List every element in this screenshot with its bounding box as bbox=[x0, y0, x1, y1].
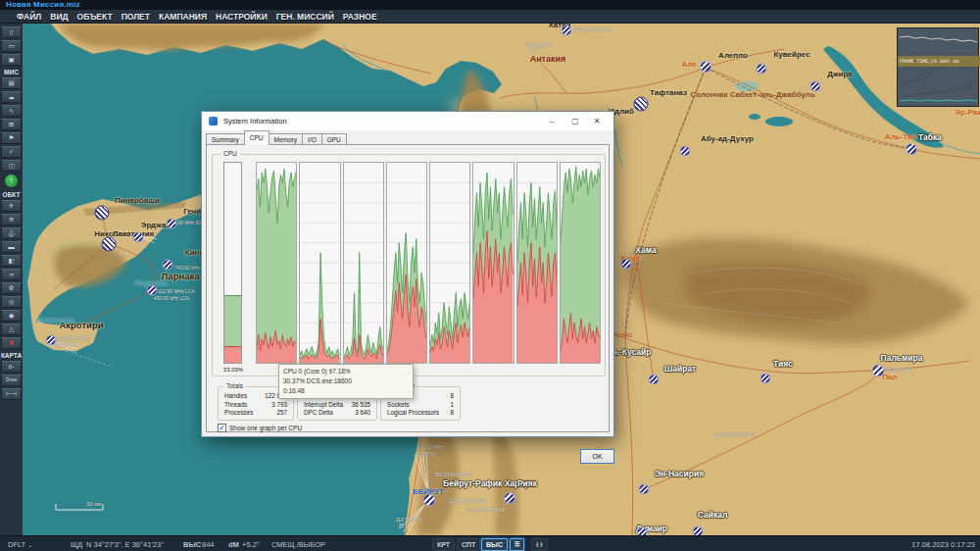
menu-item[interactable]: ГЕН. МИССИЙ bbox=[276, 12, 334, 22]
stat-row: Processes257 bbox=[224, 409, 287, 418]
one-graph-per-cpu-checkbox[interactable]: ✓ Show one graph per CPU bbox=[218, 424, 302, 432]
airplane-group-icon[interactable]: ✈ bbox=[1, 200, 22, 212]
validate-icon[interactable]: ✓ bbox=[1, 146, 22, 158]
secondary-time-line bbox=[900, 100, 977, 101]
shapes-icon[interactable]: △ bbox=[1, 324, 22, 335]
delete-object-icon[interactable]: ✕ bbox=[1, 337, 22, 349]
menu-bar: ФАЙЛВИДОБЪЕКТПОЛЕТКАМПАНИЯНАСТРОЙКИГЕН. … bbox=[0, 10, 980, 24]
trigger-zone-icon[interactable]: ◎ bbox=[1, 296, 22, 308]
minimap[interactable]: FRAME TIME,(0-100) ms bbox=[897, 27, 979, 107]
coord-mode-label[interactable]: ЩД bbox=[71, 540, 82, 549]
triggers-icon[interactable]: ◫ bbox=[1, 160, 22, 172]
checkbox-box[interactable]: ✓ bbox=[218, 424, 226, 432]
airport-icon[interactable] bbox=[757, 64, 767, 75]
minimap-terrain bbox=[898, 28, 978, 106]
cpu-graph-cpu2[interactable] bbox=[343, 162, 384, 364]
grid-icon[interactable]: ⊞ bbox=[1, 119, 22, 130]
menu-item[interactable]: КАМПАНИЯ bbox=[159, 12, 207, 22]
close-button[interactable]: ✕ bbox=[586, 114, 608, 128]
map-scale-bar: 30 км bbox=[49, 498, 118, 516]
airport-icon[interactable] bbox=[680, 146, 691, 157]
save-mission-icon[interactable]: ▣ bbox=[1, 54, 22, 66]
menu-item[interactable]: НАСТРОЙКИ bbox=[216, 12, 268, 22]
airport-icon[interactable] bbox=[46, 335, 57, 346]
linked-objects-icon[interactable]: ∞ bbox=[1, 269, 22, 280]
airport-icon[interactable] bbox=[504, 492, 515, 504]
airport-icon[interactable] bbox=[810, 81, 821, 92]
airport-icon[interactable] bbox=[133, 232, 144, 243]
sidebar-section-label: МИС bbox=[4, 69, 19, 75]
edit-mode-label: СМЕЩ./ВЫБОР bbox=[271, 540, 325, 549]
system-information-dialog: System Information – ▢ ✕ SummaryCPUMemor… bbox=[201, 111, 614, 437]
draw-tool-icon[interactable]: Draw bbox=[1, 375, 22, 386]
menu-item[interactable]: РАЗНОЕ bbox=[343, 12, 377, 22]
airport-icon[interactable] bbox=[700, 61, 711, 73]
goals-icon[interactable]: ⚑ bbox=[1, 132, 22, 144]
ruler-tool-icon[interactable]: ⊢⊣ bbox=[1, 388, 22, 400]
airport-icon[interactable] bbox=[906, 143, 917, 155]
cpu-groupbox: CPU 33.03% CPU 0 (Core 0) 97.18% 30.37% … bbox=[212, 154, 606, 376]
braces-icon[interactable]: {·} bbox=[531, 538, 548, 551]
templates-icon[interactable]: ◉ bbox=[1, 310, 22, 322]
helicopter-group-icon[interactable]: ≋ bbox=[1, 214, 22, 225]
dialog-title: System Information bbox=[223, 117, 287, 125]
chevron-down-icon: ⌄ bbox=[27, 542, 32, 548]
toolbar-sidebar: ▯▭▣МИС▤☁∿⊞⚑✓◫↑ОБКТ✈≋⚓▬◧∞⚙◎◉△✕КАРТАo-Draw… bbox=[0, 24, 23, 551]
cpu-graph-cpu6[interactable] bbox=[516, 162, 558, 364]
statusbar-button-спт[interactable]: СПТ bbox=[457, 538, 480, 551]
cpu-graph-cpu0[interactable] bbox=[256, 162, 297, 364]
briefing-icon[interactable]: ▤ bbox=[1, 77, 22, 89]
airport-icon[interactable] bbox=[621, 259, 632, 270]
city-icon[interactable] bbox=[102, 237, 117, 252]
cpu-tooltip: CPU 0 (Core 0) 97.18% 30.37% DCS.exe:186… bbox=[278, 364, 414, 399]
layers-icon[interactable]: ☰ bbox=[510, 538, 524, 551]
minimize-button[interactable]: – bbox=[541, 114, 563, 128]
airport-icon[interactable] bbox=[562, 25, 572, 36]
airport-icon[interactable] bbox=[163, 260, 173, 271]
new-mission-icon[interactable]: ▯ bbox=[1, 26, 22, 38]
menu-item[interactable]: ОБЪЕКТ bbox=[77, 12, 113, 22]
route-tool-icon[interactable]: ∿ bbox=[1, 105, 22, 117]
settings-icon[interactable]: ⚙ bbox=[1, 282, 22, 294]
airport-icon[interactable] bbox=[760, 374, 771, 384]
cpu-tab-panel: CPU 33.03% CPU 0 (Core 0) 97.18% 30.37% … bbox=[206, 144, 610, 432]
altitude-value: 844 bbox=[202, 540, 215, 549]
cpu-graph-cpu3[interactable] bbox=[386, 162, 427, 364]
airport-icon[interactable] bbox=[167, 219, 177, 229]
dialog-titlebar[interactable]: System Information – ▢ ✕ bbox=[202, 112, 613, 130]
vehicle-group-icon[interactable]: ▬ bbox=[1, 241, 22, 253]
menu-item[interactable]: ФАЙЛ bbox=[17, 12, 41, 22]
tab-cpu[interactable]: CPU bbox=[244, 130, 270, 145]
dcs-mission-editor: ПинарбашиГечиткалеЭрджанНикосияЛакатамия… bbox=[0, 0, 980, 551]
cursor-coordinates: N 34°27'3", E 36°41'23" bbox=[86, 540, 164, 549]
preset-dropdown[interactable]: DFLT ⌄ bbox=[8, 540, 32, 549]
fly-mission-button[interactable]: ↑ bbox=[5, 175, 18, 187]
cpu-graph-cpu1[interactable] bbox=[299, 162, 340, 364]
dm-value: +5.2° bbox=[242, 540, 260, 549]
maximize-button[interactable]: ▢ bbox=[564, 114, 586, 128]
dm-label: dM bbox=[228, 540, 239, 549]
cpu-graph-cpu4[interactable] bbox=[429, 162, 470, 364]
weather-icon[interactable]: ☁ bbox=[1, 91, 22, 103]
ship-group-icon[interactable]: ⚓ bbox=[1, 227, 22, 239]
menu-item[interactable]: ПОЛЕТ bbox=[122, 12, 150, 22]
cpu-graph-cpu5[interactable] bbox=[472, 162, 514, 364]
open-mission-icon[interactable]: ▭ bbox=[1, 40, 22, 52]
static-object-icon[interactable]: ◧ bbox=[1, 255, 22, 267]
cpu-graph-cpu7[interactable] bbox=[560, 162, 601, 364]
airport-icon[interactable] bbox=[423, 494, 436, 507]
menu-item[interactable]: ВИД bbox=[50, 12, 68, 22]
airport-icon[interactable] bbox=[639, 484, 650, 495]
stat-row: Interrupt Delta36 535 bbox=[304, 401, 370, 410]
city-icon[interactable] bbox=[634, 97, 649, 112]
airport-icon[interactable] bbox=[649, 375, 660, 385]
ok-button[interactable]: OK bbox=[580, 449, 614, 464]
statusbar-button-крт[interactable]: КРТ bbox=[432, 538, 455, 551]
city-icon[interactable] bbox=[95, 206, 110, 221]
datetime-label: 17.08.2023 0:17:23 bbox=[911, 540, 975, 549]
checkbox-label: Show one graph per CPU bbox=[229, 425, 302, 431]
statusbar-button-выс[interactable]: ВЫС bbox=[481, 538, 508, 551]
airport-icon[interactable] bbox=[147, 285, 158, 296]
map-key-icon[interactable]: o- bbox=[1, 361, 22, 373]
airport-icon[interactable] bbox=[872, 365, 885, 377]
